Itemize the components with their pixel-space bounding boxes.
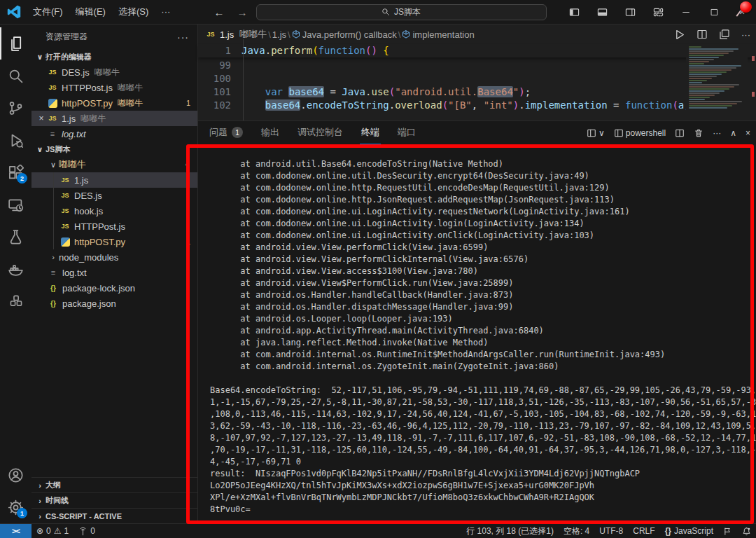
minimize-button[interactable] — [672, 0, 700, 24]
kill-terminal-icon[interactable] — [694, 128, 704, 138]
workspace-root-section[interactable]: ∨ JS脚本 — [31, 142, 197, 157]
tree-item[interactable]: JS1.js — [31, 172, 197, 188]
extensions-icon[interactable]: 2 — [0, 156, 31, 188]
panel-tab-端口[interactable]: 端口 — [396, 121, 417, 144]
remote-explorer-icon[interactable] — [0, 188, 31, 221]
sidebar-section-时间线[interactable]: ›时间线 — [31, 492, 197, 508]
breadcrumb-item[interactable]: implementation — [402, 29, 474, 40]
overview-ruler-mark — [752, 92, 755, 97]
split-terminal-icon[interactable] — [675, 128, 685, 138]
open-editor-item[interactable]: ≡log.txt — [31, 126, 197, 142]
panel-tab-终端[interactable]: 终端 — [360, 121, 381, 144]
status-item-4[interactable]: {}JavaScript — [660, 524, 718, 538]
explorer-icon[interactable] — [0, 27, 31, 60]
settings-gear-icon[interactable]: 1 — [0, 491, 31, 523]
extension-misc-icon[interactable] — [0, 285, 31, 317]
panel-more-actions-icon[interactable]: ··· — [713, 128, 721, 138]
search-icon — [382, 8, 390, 16]
active-file-tab[interactable]: JS 1.js — [205, 29, 234, 40]
panel-tab-输出[interactable]: 输出 — [260, 121, 281, 144]
toggle-panel-icon[interactable] — [588, 0, 616, 24]
sidebar-section-大纲[interactable]: ›大纲 — [31, 477, 197, 492]
maximize-button[interactable] — [700, 0, 728, 24]
status-item-1[interactable]: 空格: 4 — [559, 524, 594, 538]
tree-item[interactable]: ›node_modules — [31, 249, 197, 265]
run-debug-icon[interactable] — [0, 124, 31, 156]
breadcrumb-item[interactable]: 嘟嘟牛 — [239, 28, 267, 41]
status-item-6[interactable] — [737, 524, 756, 538]
chevron-right-icon: › — [48, 253, 59, 261]
tree-item[interactable]: httpPOST.py1 — [31, 234, 197, 249]
testing-icon[interactable] — [0, 221, 31, 253]
terminal-line: at android.view.View$PerformClick.run(Vi… — [210, 277, 756, 289]
sidebar-section-CS-SCRIPT - ACTIVE[interactable]: ›CS-SCRIPT - ACTIVE — [31, 508, 197, 523]
search-sidebar-icon[interactable] — [0, 60, 31, 92]
tree-item[interactable]: ∨嘟嘟牛● — [31, 157, 197, 172]
terminal-profile-label: powershell — [626, 128, 666, 138]
explorer-more-actions-icon[interactable]: ··· — [177, 32, 189, 43]
split-editor-icon[interactable] — [696, 29, 708, 40]
menu-item-1[interactable]: 编辑(E) — [69, 4, 112, 20]
minimap[interactable] — [686, 44, 748, 117]
terminal-line: at android.os.Looper.loop(Looper.java:19… — [210, 313, 756, 325]
tree-item[interactable]: ≡log.txt — [31, 265, 197, 280]
workspace-root-label: JS脚本 — [46, 144, 70, 155]
menu-item-2[interactable]: 选择(S) — [112, 4, 155, 20]
tree-item[interactable]: {}package.json — [31, 296, 197, 311]
command-center-search[interactable]: JS脚本 — [256, 4, 547, 20]
tree-item[interactable]: JSDES.js — [31, 188, 197, 203]
status-item-2[interactable]: UTF-8 — [594, 524, 628, 538]
nav-back-icon[interactable]: ← — [210, 6, 229, 18]
open-editor-item[interactable]: httpPOST.py嘟嘟牛1 — [31, 95, 197, 111]
customize-layout-icon[interactable] — [644, 0, 672, 24]
accounts-icon[interactable] — [0, 459, 31, 491]
js-file-icon: JS — [205, 29, 216, 40]
open-editor-item[interactable]: JSHTTPPost.js嘟嘟牛 — [31, 80, 197, 95]
status-item-3[interactable]: CRLF — [628, 524, 659, 538]
run-file-button[interactable] — [673, 29, 685, 41]
line-number: 102 — [198, 99, 231, 112]
editor-more-actions-icon[interactable]: ··· — [741, 29, 750, 40]
open-editors-section[interactable]: ∨ 打开的编辑器 — [31, 49, 197, 64]
error-count: 0 — [46, 526, 51, 536]
nav-forward-icon[interactable]: → — [233, 6, 252, 18]
panel-tab-调试控制台[interactable]: 调试控制台 — [296, 121, 344, 144]
maximize-panel-icon[interactable]: ∧ — [730, 128, 736, 138]
file-label: 1.js — [62, 113, 76, 124]
status-item-5[interactable] — [718, 524, 737, 538]
terminal-line: 8tPvu0c= — [210, 504, 756, 516]
tree-item[interactable]: {}package-lock.json — [31, 280, 197, 296]
ports-status[interactable]: 0 — [74, 524, 100, 538]
breadcrumb-item[interactable]: Java.perform() callback — [292, 29, 397, 40]
code-viewport[interactable]: 1Java.perform(function() {99100101 var b… — [198, 44, 756, 112]
new-terminal-icon[interactable]: ∨ — [587, 128, 605, 138]
menu-item-3[interactable]: ··· — [155, 4, 176, 20]
symbol-cube-icon — [402, 30, 410, 39]
remote-indicator[interactable]: >< — [0, 524, 31, 538]
tree-item[interactable]: JSHTTPPost.js — [31, 219, 197, 234]
warning-icon: ⚠ — [54, 526, 62, 536]
problems-status[interactable]: ⊗ 0 ⚠ 1 — [31, 524, 74, 538]
terminal-output[interactable]: at android.util.Base64.encodeToString(Na… — [198, 144, 756, 523]
tree-item[interactable]: JShook.js — [31, 203, 197, 219]
breadcrumb-item[interactable]: 1.js — [272, 29, 286, 40]
panel-tab-问题[interactable]: 问题1 — [208, 121, 244, 144]
docker-icon[interactable] — [0, 253, 31, 285]
toggle-primary-sidebar-icon[interactable] — [560, 0, 588, 24]
close-icon[interactable]: × — [36, 113, 47, 123]
status-item-0[interactable]: 行 103, 列 18 (已选择1) — [461, 524, 559, 538]
menu-item-0[interactable]: 文件(F) — [27, 4, 69, 20]
title-bar: 文件(F)编辑(E)选择(S)··· ← → JS脚本 — [0, 0, 756, 25]
open-editor-item[interactable]: JSDES.js嘟嘟牛 — [31, 64, 197, 80]
file-folder-desc: 嘟嘟牛 — [118, 82, 143, 94]
terminal-line: at com.dodonew.online.ui.LoginActivity.l… — [210, 218, 756, 230]
problems-count-badge: 1 — [232, 127, 243, 138]
close-panel-icon[interactable]: × — [746, 128, 750, 138]
terminal-profile-item[interactable]: powershell — [614, 128, 666, 138]
python-file-icon — [47, 97, 58, 109]
open-changes-icon[interactable] — [719, 29, 730, 40]
source-control-icon[interactable] — [0, 92, 31, 124]
open-editor-item[interactable]: ×JS1.js嘟嘟牛 — [31, 111, 197, 126]
code-line: 1Java.perform(function() { — [198, 44, 756, 57]
toggle-secondary-sidebar-icon[interactable] — [616, 0, 644, 24]
